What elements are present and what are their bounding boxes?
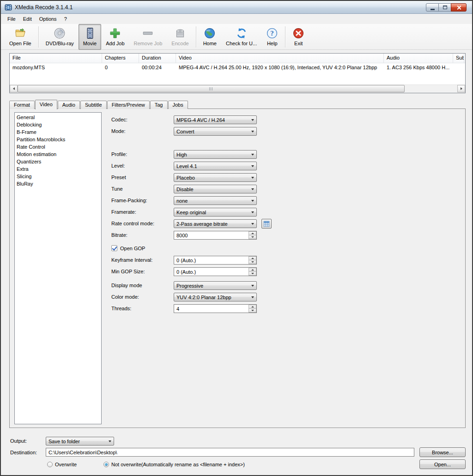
column-header-sub[interactable]: Sub [453, 54, 464, 63]
tab-audio[interactable]: Audio [58, 101, 80, 109]
output-mode-dropdown[interactable]: Save to folder [46, 437, 114, 446]
tab-video[interactable]: Video [35, 100, 57, 109]
column-header-file[interactable]: File [10, 54, 102, 63]
spin-down-button[interactable] [249, 271, 256, 276]
file-row[interactable]: mozdony.MTS000:00:24MPEG-4 AVC / H.264 2… [10, 63, 465, 72]
chevron-down-icon [251, 165, 254, 167]
file-list-body: mozdony.MTS000:00:24MPEG-4 AVC / H.264 2… [10, 63, 465, 72]
toolbar-button-home[interactable]: Home [199, 24, 221, 50]
keyframe-interval-input[interactable] [174, 256, 257, 265]
section-item-partition-macroblocks[interactable]: Partition Macroblocks [15, 136, 101, 143]
maximize-icon [443, 6, 447, 9]
chevron-down-icon [109, 440, 111, 442]
scroll-right-button[interactable] [457, 85, 465, 92]
open-button-label: Open... [434, 462, 451, 467]
video-tab-panel: GeneralDeblockingB-FramePartition Macrob… [9, 108, 466, 428]
maximize-button[interactable] [438, 3, 451, 12]
column-header-audio[interactable]: Audio [384, 54, 453, 63]
toolbar-button-encode[interactable]: Encode [167, 24, 193, 50]
window-controls [426, 3, 467, 12]
close-icon [456, 5, 461, 10]
framerate-row: Framerate: Keep original [10, 208, 465, 217]
color-mode-row: Color mode: YUV 4:2:0 Planar 12bpp [10, 293, 465, 302]
tab-subtitle[interactable]: Subtitle [80, 101, 107, 109]
close-button[interactable] [451, 3, 467, 12]
column-header-chapters[interactable]: Chapters [102, 54, 139, 63]
tune-value: Disable [176, 187, 194, 192]
toolbar-button-open-file[interactable]: Open File [5, 24, 36, 50]
mode-value: Convert [176, 129, 194, 134]
codec-value: MPEG-4 AVC / H.264 [176, 117, 225, 123]
scrollbar-thumb[interactable] [18, 85, 405, 92]
menu-item-edit[interactable]: Edit [19, 15, 36, 23]
column-header-duration[interactable]: Duration [139, 54, 176, 63]
tab-tag[interactable]: Tag [150, 101, 168, 109]
threads-row: Threads: [10, 304, 465, 314]
preset-dropdown[interactable]: Placebo [174, 173, 257, 182]
not-overwrite-radio[interactable] [103, 462, 109, 467]
minimize-button[interactable] [426, 3, 439, 12]
tab-format[interactable]: Format [9, 101, 35, 109]
arrow-right-icon [461, 87, 462, 90]
toolbar-button-label: Home [203, 41, 217, 46]
menu-item-help[interactable]: ? [61, 15, 71, 23]
tune-row: Tune Disable [10, 185, 465, 194]
not-overwrite-label[interactable]: Not overwrite(Automatically rename as <f… [111, 462, 245, 467]
menu-item-options[interactable]: Options [36, 15, 61, 23]
title-bar[interactable]: XMedia Recode 3.1.4.1 [1, 1, 472, 14]
level-dropdown[interactable]: Level 4.1 [174, 162, 257, 170]
overwrite-radio[interactable] [47, 462, 53, 467]
toolbar-button-exit[interactable]: Exit [288, 24, 309, 50]
threads-input[interactable] [174, 304, 257, 313]
profile-dropdown[interactable]: High [174, 150, 257, 159]
toolbar-button-check-for-u[interactable]: Check for U... [221, 24, 261, 50]
spin-down-button[interactable] [249, 260, 256, 264]
framerate-dropdown[interactable]: Keep original [174, 208, 257, 217]
codec-dropdown[interactable]: MPEG-4 AVC / H.264 [174, 115, 257, 124]
min-gop-input[interactable] [174, 267, 257, 276]
toolbar-button-add-job[interactable]: Add Job [101, 24, 129, 50]
keyframe-interval-field [174, 256, 257, 265]
section-item-rate-control[interactable]: Rate Control [15, 143, 101, 151]
frame-packing-value: none [176, 198, 188, 204]
open-gop-label[interactable]: Open GOP [120, 246, 145, 251]
horizontal-scrollbar[interactable] [10, 84, 465, 93]
display-mode-dropdown[interactable]: Progressive [174, 281, 257, 290]
toolbar-button-label: Movie [83, 41, 97, 46]
destination-input[interactable] [46, 448, 414, 457]
min-gop-row: Min GOP Size: [10, 267, 465, 277]
spin-down-button[interactable] [249, 235, 256, 239]
rate-control-advanced-button[interactable] [261, 219, 272, 229]
menu-item-file[interactable]: File [4, 15, 19, 23]
tune-dropdown[interactable]: Disable [174, 185, 257, 193]
toolbar-button-dvd-blu-ray[interactable]: DVD/Blu-ray [41, 24, 79, 50]
codec-row: Codec: MPEG-4 AVC / H.264 [10, 115, 465, 125]
bitrate-input[interactable] [174, 231, 257, 240]
scroll-left-button[interactable] [10, 85, 18, 92]
overwrite-label[interactable]: Overwrite [55, 462, 77, 467]
level-label: Level: [111, 163, 125, 169]
column-header-video[interactable]: Video [176, 54, 384, 63]
chevron-down-icon [251, 131, 254, 133]
keyframe-interval-label: Keyframe Interval: [111, 257, 152, 263]
rate-control-dropdown[interactable]: 2-Pass average bitrate [174, 219, 257, 228]
tab-jobs[interactable]: Jobs [168, 101, 188, 109]
frame-packing-dropdown[interactable]: none [174, 196, 257, 205]
browse-button[interactable]: Browse... [419, 447, 466, 457]
toolbar-button-movie[interactable]: Movie [79, 24, 101, 50]
chevron-down-icon [251, 119, 254, 121]
color-mode-dropdown[interactable]: YUV 4:2:0 Planar 12bpp [174, 293, 257, 301]
tab-filters-preview[interactable]: Filters/Preview [107, 101, 150, 109]
rate-control-row: Rate control mode: 2-Pass average bitrat… [10, 219, 465, 229]
toolbar-button-remove-job[interactable]: Remove Job [129, 24, 167, 50]
open-gop-checkbox[interactable] [111, 245, 117, 251]
open-button[interactable]: Open... [419, 459, 466, 469]
toolbar-separator [285, 26, 285, 48]
framerate-value: Keep original [176, 210, 206, 215]
preset-value: Placebo [176, 175, 195, 181]
disc-icon [54, 27, 66, 39]
toolbar-button-help[interactable]: ?Help [261, 24, 283, 50]
spin-down-button[interactable] [249, 308, 256, 313]
mode-dropdown[interactable]: Convert [174, 127, 257, 136]
cell-file: mozdony.MTS [10, 63, 102, 72]
